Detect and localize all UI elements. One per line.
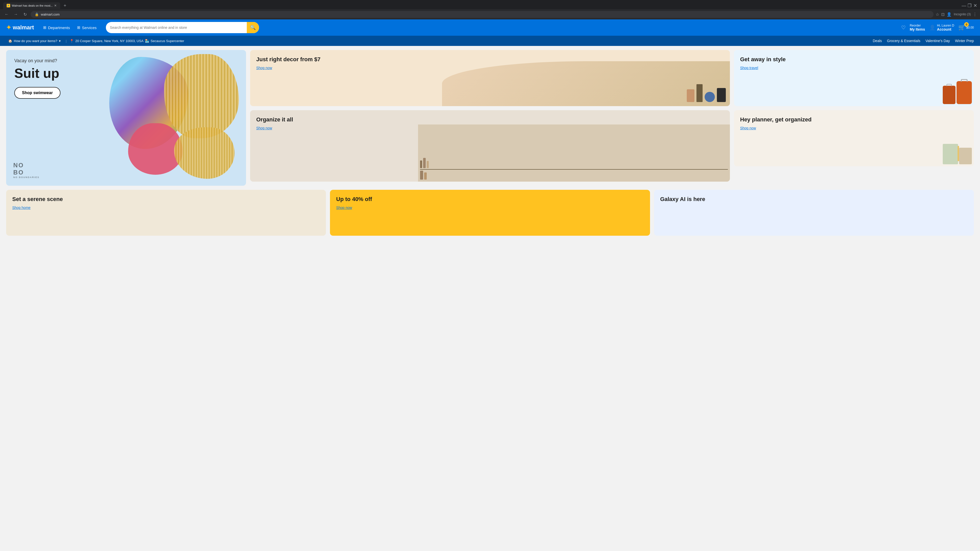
travel-image <box>842 59 974 106</box>
discount-shop-now-link[interactable]: Shop now <box>336 206 644 210</box>
tab-close-button[interactable]: ✕ <box>54 4 57 7</box>
reload-button[interactable]: ↻ <box>21 11 29 18</box>
forward-button[interactable]: → <box>12 11 19 18</box>
tab-bar: ✦ Walmart has deals on the most... ✕ + <box>3 2 68 9</box>
minimize-button[interactable]: — <box>962 4 966 7</box>
hero-title: Suit up <box>14 65 238 81</box>
discount-card[interactable]: Up to 40% off Shop now <box>330 190 650 236</box>
store-icon: 🏪 <box>145 39 149 43</box>
organize-card-title: Organize it all <box>256 116 724 123</box>
address-bar[interactable]: 🔒 walmart.com <box>30 11 934 18</box>
shoe-2 <box>423 158 426 168</box>
window-controls: — ❐ ✕ <box>962 4 977 7</box>
delivery-label: How do you want your items? <box>14 39 57 43</box>
item-1 <box>420 171 423 179</box>
my-items-label: My Items <box>910 27 925 32</box>
spark-icon: ✦ <box>6 24 11 31</box>
delivery-selector[interactable]: 🏠 How do you want your items? ▾ <box>6 38 63 44</box>
walmart-header: ✦ walmart ⊞ Departments ⊞ Services 🔍 ♡ R… <box>0 19 980 36</box>
cart-badge: 0 <box>964 22 969 27</box>
candle-icon <box>687 89 694 102</box>
brand-text: NO <box>13 162 40 169</box>
main-content: Just right decor from $7 Shop now Organi… <box>0 46 980 190</box>
sub-nav: 🏠 How do you want your items? ▾ | 📍 20 C… <box>0 36 980 46</box>
pencil <box>958 146 959 161</box>
reorder-button[interactable]: Reorder My Items <box>910 24 925 32</box>
split-screen-icon[interactable]: ⊡ <box>941 12 945 17</box>
chevron-down-icon: ▾ <box>59 39 61 43</box>
item-2 <box>424 172 427 179</box>
hero-eyebrow: Vacay on your mind? <box>14 58 238 64</box>
logo-text: walmart <box>13 24 34 31</box>
grocery-link[interactable]: Grocery & Essentials <box>887 38 921 44</box>
departments-button[interactable]: ⊞ Departments <box>40 24 73 32</box>
delivery-icon: 🏠 <box>8 39 12 43</box>
galaxy-card[interactable]: Galaxy AI is here <box>654 190 974 236</box>
location-pin-icon: 📍 <box>70 39 74 43</box>
nav-divider: | <box>66 39 67 43</box>
search-button[interactable]: 🔍 <box>247 22 259 33</box>
header-nav: ⊞ Departments ⊞ Services <box>40 24 100 32</box>
account-button[interactable]: 👤 Hi, Lauren D Account <box>929 24 954 32</box>
shelf-row <box>420 158 728 168</box>
address-text: 20 Cooper Square, New York, NY 10003, US… <box>75 39 143 43</box>
walmart-logo[interactable]: ✦ walmart <box>6 24 34 31</box>
active-tab[interactable]: ✦ Walmart has deals on the most... ✕ <box>3 2 60 9</box>
back-button[interactable]: ← <box>3 11 10 18</box>
shelf-visual <box>418 124 730 182</box>
search-bar[interactable]: 🔍 <box>106 22 259 33</box>
menu-icon[interactable]: ⋮ <box>973 12 977 17</box>
url-text: walmart.com <box>41 13 60 16</box>
planner-card[interactable]: Hey planner, get organized Shop now <box>734 110 974 166</box>
heart-icon: ♡ <box>901 24 906 30</box>
decor-card[interactable]: Just right decor from $7 Shop now <box>250 50 730 106</box>
shop-home-link[interactable]: Shop home <box>12 206 320 210</box>
galaxy-card-title: Galaxy AI is here <box>660 196 968 203</box>
brand-logo: NO BO NO BOUNDARIES <box>13 162 40 179</box>
account-label: Account <box>937 27 954 32</box>
browser-nav: ← → ↻ 🔒 walmart.com ☆ ⊡ 👤 Incognito (3) … <box>0 9 980 19</box>
notebook-2 <box>959 148 972 164</box>
maximize-button[interactable]: ❐ <box>968 4 971 7</box>
browser-chrome: ✦ Walmart has deals on the most... ✕ + —… <box>0 0 980 9</box>
planner-image <box>840 122 972 164</box>
departments-label: Departments <box>48 25 70 30</box>
right-column: Get away in style Shop travel Hey planne… <box>734 50 974 182</box>
bottom-row: Set a serene scene Shop home Up to 40% o… <box>0 190 980 240</box>
discount-card-title: Up to 40% off <box>336 196 644 203</box>
hero-banner[interactable]: Vacay on your mind? Suit up Shop swimwea… <box>6 50 246 186</box>
new-tab-button[interactable]: + <box>61 2 68 9</box>
dark-vase-icon <box>717 88 726 102</box>
shop-swimwear-button[interactable]: Shop swimwear <box>14 87 60 99</box>
deals-link[interactable]: Deals <box>873 38 882 44</box>
bookmark-icon[interactable]: ☆ <box>935 12 939 17</box>
bikini-bottom-gold <box>174 127 234 179</box>
wishlist-button[interactable]: ♡ <box>901 24 906 30</box>
shelf-row-2 <box>420 171 728 179</box>
winter-prep-link[interactable]: Winter Prep <box>955 38 974 44</box>
decor-items <box>687 84 726 102</box>
services-label: Services <box>82 25 97 30</box>
services-button[interactable]: ⊞ Services <box>74 24 100 32</box>
notebook-1 <box>943 144 958 164</box>
shelf-divider <box>420 169 728 170</box>
shoe-3 <box>427 161 429 168</box>
profile-icon[interactable]: 👤 <box>947 12 952 17</box>
shoe-1 <box>420 160 422 168</box>
services-icon: ⊞ <box>77 25 80 30</box>
brand-tagline: NO BOUNDARIES <box>13 176 40 179</box>
search-input[interactable] <box>106 23 247 32</box>
organize-card[interactable]: Organize it all Shop now <box>250 110 730 182</box>
large-suitcase <box>956 81 972 104</box>
reorder-text: Reorder My Items <box>910 24 925 32</box>
serene-card[interactable]: Set a serene scene Shop home <box>6 190 326 236</box>
cart-button[interactable]: 0 🛒 $0.00 <box>958 24 974 31</box>
travel-card[interactable]: Get away in style Shop travel <box>734 50 974 106</box>
left-column: Just right decor from $7 Shop now Organi… <box>250 50 730 182</box>
location-info: 📍 20 Cooper Square, New York, NY 10003, … <box>70 39 184 43</box>
account-greeting: Hi, Lauren D <box>937 24 954 27</box>
account-text: Hi, Lauren D Account <box>937 24 954 32</box>
close-window-button[interactable]: ✕ <box>974 4 977 7</box>
valentines-link[interactable]: Valentine's Day <box>925 38 950 44</box>
store-text: Secaucus Supercenter <box>151 39 184 43</box>
